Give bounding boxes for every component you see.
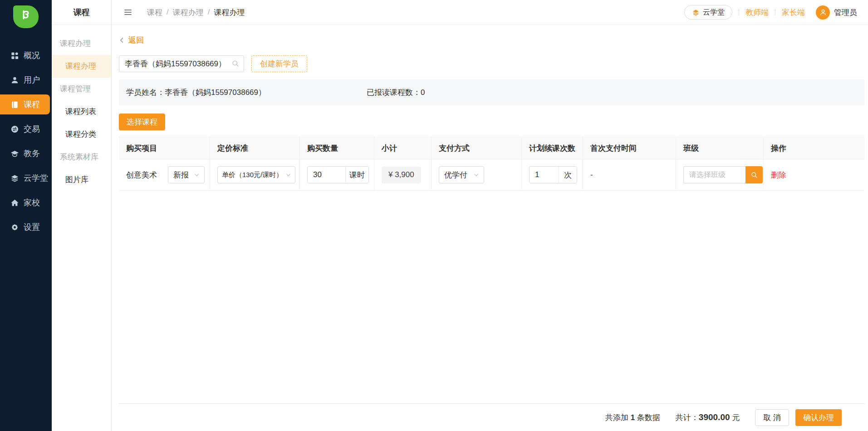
chevron-left-icon (119, 37, 125, 43)
cell-class (676, 159, 764, 190)
primary-sidebar: 概况 用户 课程 交易 教务 云学堂 (0, 0, 52, 431)
nav-item-home-school[interactable]: 家校 (0, 193, 52, 213)
student-toolbar: 创建新学员 (119, 55, 864, 72)
total-value: 3900.00 (699, 412, 730, 422)
nav-item-transactions[interactable]: 交易 (0, 119, 52, 139)
user-name[interactable]: 管理员 (834, 7, 857, 18)
submenu-item-course-handling[interactable]: 课程办理 (52, 55, 111, 78)
cloud-school-portal-button[interactable]: 云学堂 (684, 5, 732, 20)
column-header-quantity: 购买数量 (300, 137, 374, 159)
app-logo[interactable] (13, 5, 39, 28)
graduation-cap-icon (10, 149, 19, 158)
enrolled-count: 已报读课程数：0 (367, 87, 425, 98)
cell-payment-method: 优学付 (432, 159, 522, 190)
dashboard-icon (10, 51, 19, 60)
nav-item-courses[interactable]: 课程 (0, 94, 50, 114)
app-window: 概况 用户 课程 交易 教务 云学堂 (0, 0, 868, 431)
confirm-button[interactable]: 确认办理 (795, 409, 842, 426)
cell-renew-times: 次 (522, 159, 583, 190)
breadcrumb-current: 课程办理 (214, 7, 245, 18)
nav-item-settings[interactable]: 设置 (0, 217, 52, 237)
back-link[interactable]: 返回 (119, 35, 160, 45)
breadcrumb-separator: / (208, 8, 210, 17)
class-search-button[interactable] (745, 166, 763, 183)
select-course-button[interactable]: 选择课程 (119, 114, 165, 130)
divider (775, 9, 775, 16)
total-label: 共计： (676, 413, 699, 422)
class-select-group (683, 166, 763, 183)
enrolled-count-value: 0 (421, 88, 425, 97)
person-icon (819, 8, 827, 16)
main-area: 课程 / 课程办理 / 课程办理 云学堂 教师端 家长端 管理员 (112, 0, 868, 431)
cell-pricing-standard: 单价（130元/课时） (210, 159, 300, 190)
enroll-type-value: 新报 (173, 170, 189, 180)
subtotal-value: ¥ 3,900 (382, 167, 421, 183)
quantity-input[interactable] (308, 167, 345, 183)
pricing-standard-value: 单价（130元/课时） (222, 171, 283, 179)
parent-portal-link[interactable]: 家长端 (782, 7, 805, 18)
gear-icon (10, 223, 19, 232)
submenu-item-image-library[interactable]: 图片库 (52, 168, 111, 191)
first-pay-time-value: - (590, 170, 593, 179)
cell-actions: 删除 (764, 159, 864, 190)
teacher-portal-link[interactable]: 教师端 (745, 7, 769, 18)
cell-first-pay-time: - (583, 159, 676, 190)
breadcrumb: 课程 / 课程办理 / 课程办理 (147, 7, 245, 18)
search-icon (750, 171, 758, 179)
table-row: 创意美术 新报 单价（130元/课时） (119, 159, 864, 191)
added-suffix: 条数据 (635, 413, 660, 422)
nav-item-users[interactable]: 用户 (0, 70, 52, 90)
nav-item-label: 家校 (24, 197, 40, 208)
portal-pill-label: 云学堂 (703, 8, 725, 17)
divider (739, 9, 739, 16)
summary-footer: 共添加 1 条数据 共计：3900.00 元 取 消 确认办理 (119, 403, 864, 431)
breadcrumb-separator: / (167, 8, 169, 17)
nav-item-label: 概况 (24, 50, 40, 61)
chevron-down-icon (471, 173, 479, 178)
renew-times-input-group: 次 (529, 166, 577, 183)
search-icon[interactable] (231, 59, 240, 69)
secondary-sidebar: 课程 课程办理 课程办理 课程管理 课程列表 课程分类 系统素材库 图片库 (52, 0, 112, 431)
create-student-button[interactable]: 创建新学员 (251, 55, 307, 72)
added-count-text: 共添加 1 条数据 (605, 412, 660, 423)
breadcrumb-item[interactable]: 课程办理 (173, 7, 204, 18)
total-unit: 元 (730, 413, 740, 422)
layers-icon (10, 173, 19, 183)
added-count: 1 (631, 413, 635, 422)
column-header-payment-method: 支付方式 (432, 137, 522, 159)
column-header-pricing-standard: 定价标准 (210, 137, 300, 159)
delete-row-link[interactable]: 删除 (771, 170, 786, 180)
primary-nav: 概况 用户 课程 交易 教务 云学堂 (0, 45, 52, 242)
breadcrumb-item[interactable]: 课程 (147, 7, 162, 18)
page-content: 返回 创建新学员 学员姓名：李香香（妈妈15597038669） 已报读课程数：… (112, 25, 868, 431)
renew-times-input[interactable] (530, 167, 559, 183)
payment-method-select[interactable]: 优学付 (439, 166, 484, 183)
layers-icon (692, 9, 700, 16)
class-select-input[interactable] (683, 166, 745, 183)
logo-leaf-icon (19, 9, 33, 25)
submenu-item-course-category[interactable]: 课程分类 (52, 123, 111, 146)
collapse-sidebar-icon[interactable] (123, 8, 132, 17)
chevron-down-icon (283, 173, 291, 178)
cancel-button[interactable]: 取 消 (755, 409, 789, 426)
submenu-section-material-library: 系统素材库 (52, 146, 111, 168)
avatar[interactable] (816, 5, 830, 20)
column-header-purchase-item: 购买项目 (119, 137, 210, 159)
nav-item-academics[interactable]: 教务 (0, 144, 52, 163)
nav-item-overview[interactable]: 概况 (0, 45, 52, 65)
home-icon (10, 198, 19, 207)
nav-item-label: 交易 (24, 124, 40, 134)
user-icon (10, 75, 19, 84)
nav-item-cloud-school[interactable]: 云学堂 (0, 168, 52, 188)
submenu-title: 课程 (52, 0, 111, 25)
cell-quantity: 课时 (300, 159, 374, 190)
cell-purchase-item: 创意美术 新报 (119, 159, 210, 190)
submenu-item-course-list[interactable]: 课程列表 (52, 100, 111, 123)
added-prefix: 共添加 (605, 413, 631, 422)
renew-times-unit: 次 (559, 167, 577, 183)
exchange-icon (10, 124, 19, 134)
student-search-input[interactable] (119, 55, 244, 72)
purchase-table: 购买项目 定价标准 购买数量 小计 支付方式 计划续课次数 首次支付时间 班级 … (119, 137, 864, 191)
enroll-type-select[interactable]: 新报 (168, 166, 205, 183)
pricing-standard-select[interactable]: 单价（130元/课时） (217, 166, 295, 183)
